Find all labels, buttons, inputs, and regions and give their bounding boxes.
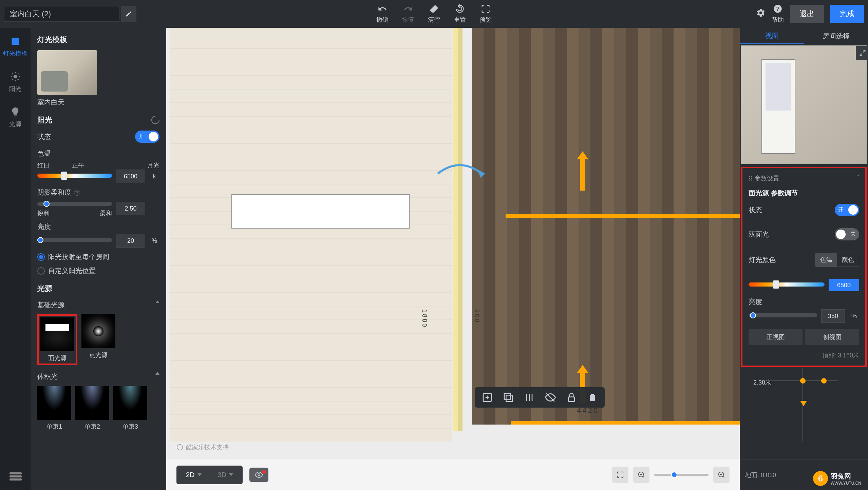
arrow-up-1[interactable] bbox=[580, 157, 585, 191]
right-brightness-input[interactable] bbox=[821, 309, 845, 323]
trash-icon[interactable] bbox=[587, 392, 598, 403]
color-temp-input[interactable] bbox=[116, 170, 145, 183]
radio-checked-icon bbox=[37, 253, 45, 261]
tab-view[interactable]: 视图 bbox=[740, 28, 804, 44]
light-rect-bottom[interactable] bbox=[511, 421, 740, 425]
fullscreen-icon bbox=[481, 4, 490, 14]
brightness-slider[interactable] bbox=[37, 238, 112, 242]
right-ct-input[interactable] bbox=[829, 279, 859, 291]
rotate-arrow-icon[interactable] bbox=[434, 160, 485, 180]
chevron-icon[interactable] bbox=[155, 372, 159, 375]
project-name-field[interactable]: 室内白天 (2) bbox=[4, 6, 119, 22]
exit-button[interactable]: 退出 bbox=[790, 5, 824, 23]
beam2-label: 单束2 bbox=[84, 423, 100, 431]
expand-thumbnail-button[interactable] bbox=[856, 46, 868, 60]
beam1-option[interactable]: 单束1 bbox=[37, 386, 71, 431]
double-side-toggle[interactable]: 关 bbox=[835, 228, 859, 240]
zoom-in-button[interactable] bbox=[633, 467, 649, 483]
right-brightness-handle[interactable] bbox=[750, 312, 756, 318]
redo-label: 恢复 bbox=[402, 16, 414, 24]
point-light-option[interactable]: 点光源 bbox=[81, 314, 115, 365]
2d-mode-button[interactable]: 2D bbox=[178, 467, 210, 483]
reset-sunlight-button[interactable] bbox=[150, 114, 161, 126]
tab-room-select[interactable]: 房间选择 bbox=[804, 28, 868, 44]
zoom-slider-handle[interactable] bbox=[671, 472, 677, 478]
sunlight-status-toggle[interactable]: 开 bbox=[135, 131, 159, 143]
basic-source-title: 基础光源 bbox=[37, 300, 64, 310]
furniture-box-2[interactable] bbox=[231, 212, 410, 229]
template-thumbnail[interactable] bbox=[37, 50, 97, 95]
h-knob[interactable] bbox=[821, 378, 827, 384]
shadow-input[interactable] bbox=[116, 202, 145, 215]
side-view-button[interactable]: 侧视图 bbox=[805, 329, 859, 345]
zoom-out-button[interactable] bbox=[713, 467, 730, 483]
help-button[interactable]: ? 帮助 bbox=[772, 4, 784, 24]
expand-panel-icon[interactable] bbox=[854, 174, 859, 180]
down-arrow-icon bbox=[800, 401, 807, 406]
brightness-input[interactable] bbox=[116, 234, 145, 248]
edit-name-button[interactable] bbox=[121, 6, 136, 22]
color-temp-label: 色温 bbox=[37, 149, 159, 158]
right-ct-slider[interactable] bbox=[749, 282, 825, 287]
radio-custom-position[interactable]: 自定义阳光位置 bbox=[37, 266, 159, 275]
brightness-unit: % bbox=[149, 237, 159, 244]
3d-preview-thumbnail[interactable] bbox=[741, 45, 867, 164]
visibility-icon[interactable] bbox=[545, 392, 556, 403]
lock-icon[interactable] bbox=[566, 392, 577, 403]
redo-button[interactable]: 恢复 bbox=[402, 4, 414, 24]
color-temp-handle[interactable] bbox=[61, 172, 67, 180]
nav-light-source[interactable]: 光源 bbox=[9, 106, 21, 128]
height-slider-widget[interactable]: 2.38米 bbox=[753, 367, 848, 442]
area-light-thumb bbox=[40, 317, 74, 351]
add-icon[interactable] bbox=[482, 392, 493, 403]
beam2-option[interactable]: 单束2 bbox=[75, 386, 109, 431]
param-settings-panel: 参数设置 面光源 参数调节 状态 开 双面光 关 灯光颜色 bbox=[741, 167, 867, 367]
settings-button[interactable] bbox=[756, 8, 766, 20]
help-icon[interactable]: ? bbox=[74, 190, 80, 196]
zoom-controls bbox=[612, 467, 730, 483]
layers-button[interactable] bbox=[10, 472, 22, 481]
align-icon[interactable] bbox=[524, 392, 535, 403]
ct-redsun-label: 红日 bbox=[37, 161, 50, 170]
radio-project-all-rooms[interactable]: 阳光投射至每个房间 bbox=[37, 252, 159, 261]
soft-label: 柔和 bbox=[100, 209, 112, 217]
ortho-view-button[interactable]: 正视图 bbox=[749, 329, 803, 345]
shadow-handle[interactable] bbox=[43, 201, 50, 207]
reset-button[interactable]: 重置 bbox=[454, 4, 466, 24]
preview-button[interactable]: 预览 bbox=[479, 4, 492, 24]
segment-color[interactable]: 颜色 bbox=[837, 253, 859, 267]
color-temp-slider[interactable] bbox=[37, 174, 112, 178]
fit-screen-button[interactable] bbox=[612, 467, 628, 483]
light-color-segment: 色温 颜色 bbox=[815, 253, 859, 267]
area-light-option[interactable]: 面光源 bbox=[37, 314, 77, 365]
layers-icon[interactable] bbox=[503, 392, 514, 403]
floor-wood-right bbox=[472, 28, 740, 425]
preview-label: 预览 bbox=[479, 16, 492, 24]
zoom-slider[interactable] bbox=[654, 474, 709, 476]
svg-line-26 bbox=[643, 476, 644, 477]
svg-point-37 bbox=[751, 178, 752, 179]
3d-mode-button[interactable]: 3D bbox=[210, 467, 242, 483]
shadow-slider[interactable] bbox=[37, 202, 112, 206]
segment-color-temp[interactable]: 色温 bbox=[815, 253, 837, 267]
svg-rect-22 bbox=[568, 397, 575, 401]
help-icon: ? bbox=[773, 4, 782, 14]
undo-button[interactable]: 撤销 bbox=[376, 4, 389, 24]
chevron-icon[interactable] bbox=[155, 300, 159, 303]
redo-icon bbox=[403, 4, 413, 14]
brightness-handle[interactable] bbox=[37, 237, 43, 243]
nav-light-template[interactable]: 灯光模板 bbox=[3, 36, 27, 58]
light-rect-top[interactable] bbox=[506, 214, 740, 218]
nav-sunlight[interactable]: 阳光 bbox=[9, 71, 21, 93]
view-toggle-button[interactable] bbox=[249, 468, 268, 482]
dim-1880: 1880 bbox=[421, 309, 428, 328]
right-status-toggle[interactable]: 开 bbox=[835, 204, 859, 216]
center-knob[interactable] bbox=[800, 378, 806, 384]
right-ct-handle[interactable] bbox=[773, 280, 779, 289]
clear-button[interactable]: 清空 bbox=[428, 4, 440, 24]
right-brightness-slider[interactable] bbox=[749, 313, 817, 317]
beam3-option[interactable]: 单束3 bbox=[113, 386, 147, 431]
drag-handle-icon[interactable] bbox=[749, 176, 753, 181]
done-button[interactable]: 完成 bbox=[830, 5, 864, 23]
canvas-viewport[interactable]: 4420 1880 200 酷家乐技术支持 2D 3D bbox=[166, 28, 740, 490]
